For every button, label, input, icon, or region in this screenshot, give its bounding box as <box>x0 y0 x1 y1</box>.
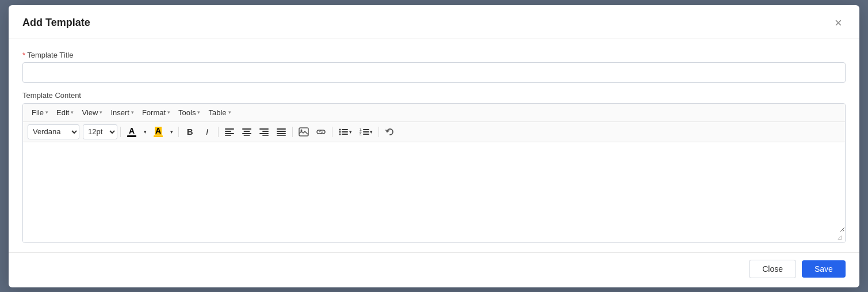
unordered-list-button[interactable]: ▾ <box>335 124 355 139</box>
svg-rect-13 <box>277 131 286 132</box>
ordered-list-icon: 1. 2. 3. <box>360 128 370 136</box>
text-color-dropdown[interactable]: ▾ <box>141 124 149 139</box>
modal-body: * Template Title Template Content File ▾ <box>9 39 859 252</box>
add-template-modal: Add Template × * Template Title Template… <box>9 5 859 287</box>
divider-2 <box>178 127 179 137</box>
view-chevron-icon: ▾ <box>100 109 102 115</box>
menu-bar: File ▾ Edit ▾ View ▾ Insert <box>23 104 845 122</box>
divider-6 <box>378 127 379 137</box>
modal-footer: Close Save <box>9 252 859 287</box>
svg-rect-27 <box>363 131 369 132</box>
format-chevron-icon: ▾ <box>167 109 170 115</box>
unordered-list-icon <box>339 128 349 136</box>
insert-image-button[interactable] <box>296 124 312 139</box>
divider-4 <box>292 127 293 137</box>
divider-3 <box>218 127 219 137</box>
align-center-icon <box>242 128 251 136</box>
svg-rect-23 <box>342 134 348 135</box>
svg-rect-2 <box>225 133 234 134</box>
close-icon[interactable]: × <box>831 16 846 31</box>
menu-tools[interactable]: Tools ▾ <box>174 106 204 119</box>
svg-rect-12 <box>277 128 286 130</box>
insert-link-button[interactable] <box>313 124 329 139</box>
highlight-color-bar <box>154 135 163 137</box>
svg-rect-14 <box>277 133 286 134</box>
template-content-label: Template Content <box>22 91 846 100</box>
modal-header: Add Template × <box>9 5 859 39</box>
template-content-field: Template Content File ▾ Edit ▾ Vi <box>22 91 846 243</box>
template-title-input[interactable] <box>22 62 846 83</box>
svg-rect-25 <box>363 129 369 130</box>
close-button[interactable]: Close <box>749 260 796 278</box>
table-chevron-icon: ▾ <box>228 109 231 115</box>
font-size-select[interactable]: 8pt 10pt 11pt 12pt 14pt 16pt <box>83 124 117 139</box>
svg-rect-9 <box>262 131 269 132</box>
template-title-field: * Template Title <box>22 51 846 83</box>
menu-table[interactable]: Table ▾ <box>204 106 235 119</box>
bold-button[interactable]: B <box>182 124 198 139</box>
align-left-button[interactable] <box>221 124 238 139</box>
undo-button[interactable] <box>382 124 398 139</box>
required-star: * <box>22 51 25 59</box>
svg-point-22 <box>339 133 341 135</box>
editor-content-area[interactable] <box>23 142 845 232</box>
svg-rect-21 <box>342 131 348 132</box>
undo-icon <box>385 127 395 136</box>
ordered-list-chevron-icon: ▾ <box>370 129 373 135</box>
svg-rect-3 <box>225 135 231 136</box>
text-color-button[interactable]: A <box>124 124 140 139</box>
svg-rect-5 <box>244 131 250 132</box>
text-color-bar <box>127 135 136 137</box>
menu-view[interactable]: View ▾ <box>78 106 106 119</box>
modal-overlay: Add Template × * Template Title Template… <box>0 0 868 292</box>
unordered-list-chevron-icon: ▾ <box>349 129 352 135</box>
svg-rect-6 <box>242 133 251 134</box>
menu-insert[interactable]: Insert ▾ <box>106 106 138 119</box>
highlight-color-button[interactable]: A <box>150 124 166 139</box>
svg-rect-10 <box>259 133 269 134</box>
tools-chevron-icon: ▾ <box>197 109 200 115</box>
menu-edit[interactable]: Edit ▾ <box>52 106 78 119</box>
svg-rect-1 <box>225 131 231 132</box>
rich-text-editor: File ▾ Edit ▾ View ▾ Insert <box>22 103 846 243</box>
insert-chevron-icon: ▾ <box>131 109 134 115</box>
font-family-select[interactable]: Verdana Arial Times New Roman Courier Ne… <box>28 124 79 139</box>
justify-button[interactable] <box>273 124 289 139</box>
file-chevron-icon: ▾ <box>45 109 48 115</box>
align-right-icon <box>259 128 269 136</box>
edit-chevron-icon: ▾ <box>71 109 74 115</box>
svg-point-20 <box>339 131 341 132</box>
svg-rect-19 <box>342 129 348 130</box>
modal-title: Add Template <box>22 17 90 29</box>
highlight-color-dropdown[interactable]: ▾ <box>167 124 175 139</box>
svg-rect-11 <box>262 135 269 136</box>
svg-rect-15 <box>277 135 286 136</box>
divider-5 <box>332 127 332 137</box>
template-title-label: * Template Title <box>22 51 846 59</box>
italic-button[interactable]: I <box>199 124 215 139</box>
svg-point-18 <box>339 128 341 130</box>
align-center-button[interactable] <box>239 124 255 139</box>
divider-1 <box>120 127 121 137</box>
highlight-color-icon: A <box>155 127 162 135</box>
menu-file[interactable]: File ▾ <box>28 106 52 119</box>
image-icon <box>299 127 309 136</box>
editor-resize-handle: ⊿ <box>23 232 845 242</box>
svg-rect-8 <box>259 128 269 130</box>
svg-text:3.: 3. <box>360 132 362 136</box>
justify-icon <box>277 128 286 136</box>
text-color-icon: A <box>129 127 135 135</box>
highlight-color-chevron-icon: ▾ <box>170 129 173 135</box>
svg-rect-29 <box>363 134 369 135</box>
svg-rect-4 <box>242 128 251 130</box>
link-icon <box>316 128 326 136</box>
svg-rect-7 <box>244 135 250 136</box>
toolbar-bar: Verdana Arial Times New Roman Courier Ne… <box>23 122 845 142</box>
save-button[interactable]: Save <box>802 260 846 278</box>
text-color-chevron-icon: ▾ <box>144 129 147 135</box>
menu-format[interactable]: Format ▾ <box>138 106 174 119</box>
align-left-icon <box>225 128 234 136</box>
align-right-button[interactable] <box>256 124 272 139</box>
ordered-list-button[interactable]: 1. 2. 3. ▾ <box>356 124 376 139</box>
svg-rect-0 <box>225 128 234 130</box>
